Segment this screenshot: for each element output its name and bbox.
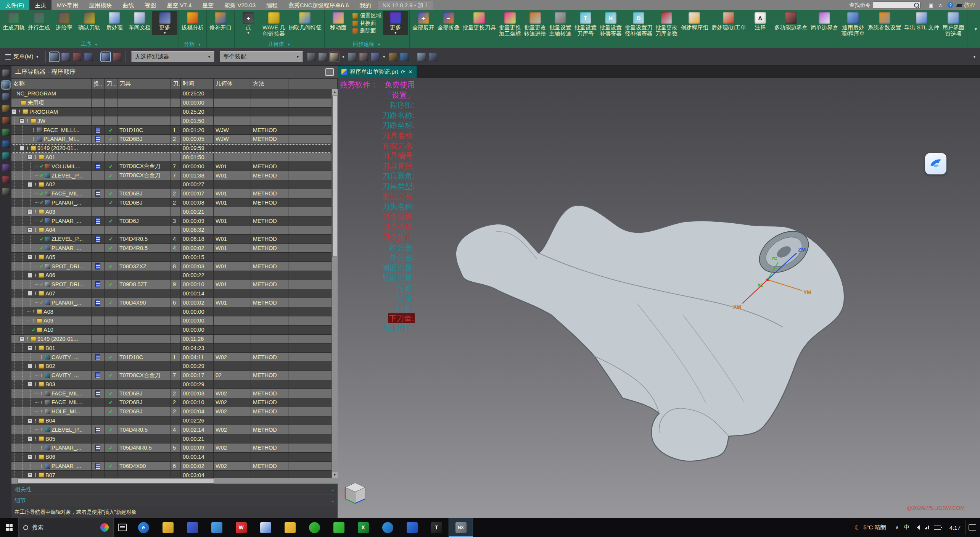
ribbon-button[interactable]: 批量设置 主轴转速 [548,11,573,37]
program-group-row[interactable]: !A0900:00:00 [11,316,338,326]
group-dropdown-icon[interactable]: ▼ [287,43,291,47]
program-group-row[interactable]: −!A0500:00:15 [11,253,338,262]
minimize-ribbon-icon[interactable]: ∧ [938,2,942,8]
operation-row[interactable]: !ZLEVEL_P...✓T04D4R0.5400:02:14W02METHOD [11,425,338,434]
vertical-scrollbar[interactable]: ▲ ▼ [331,89,338,478]
operation-row[interactable]: ✓VOLUMIL...✓T07D8CX合金刀700:00:00W01METHOD [11,162,338,171]
measure-icon[interactable] [113,53,121,61]
tree-expander-icon[interactable]: − [27,209,32,214]
taskbar-app-doc-blue[interactable] [253,518,278,537]
operation-row[interactable]: ✓PLANAR_...✓T03D6J300:00:09W01METHOD [11,216,338,226]
ribbon-button[interactable]: 用户界面 首选项 [941,11,966,37]
menu-button[interactable]: 菜单(M)▼ [2,53,42,60]
program-group-row[interactable]: −!A0400:06:32 [11,226,338,235]
menu-item[interactable]: 编程 [261,0,283,10]
program-group-row[interactable]: ✓A1000:00:00 [11,326,338,335]
ribbon-button[interactable]: 导出 STL 文件 [903,11,941,31]
column-header[interactable]: 刀. [171,79,181,89]
palette-icon[interactable] [2,129,10,136]
tree-expander-icon[interactable]: − [27,155,32,160]
program-group-row[interactable]: −!B0500:00:21 [11,434,338,443]
operation-row[interactable]: !CAVITY_...✓T01D10C100:04:11W02METHOD [11,353,338,362]
tree-expander-icon[interactable]: − [27,436,32,441]
menu-item[interactable]: 我的 [354,0,376,10]
program-group-row[interactable]: −!B0300:00:29 [11,380,338,389]
chevron-down-icon[interactable]: ⌄ [331,498,335,503]
ribbon-button[interactable]: 简单边界盒 [809,11,840,31]
ribbon-button[interactable]: T批量设置 刀库号 [573,11,598,37]
ribbon-button[interactable]: 后处理 [102,11,127,31]
roles-icon[interactable] [2,69,10,77]
scroll-down-icon[interactable]: ▼ [332,472,338,478]
tree-expander-icon[interactable]: − [27,345,32,350]
find-command-input[interactable] [873,2,920,9]
column-header[interactable]: 方法 [251,79,288,89]
column-header[interactable]: 时间 [181,79,214,89]
battery-icon[interactable] [934,526,941,530]
plane-icon[interactable] [84,53,93,61]
ribbon-button[interactable]: 批量更改 刀库参数 [654,11,679,37]
menu-item[interactable]: 燕秀CNC超级程序单6.6 [283,0,354,10]
tutorial-button[interactable]: 教程 [957,2,975,9]
dropdown-arrow-icon[interactable]: ▼ [341,55,345,59]
tools-icon[interactable] [2,188,10,195]
selection-scope-dropdown[interactable]: 整个装配▼ [220,51,303,62]
ribbon-button[interactable]: 更多▼ [383,11,408,35]
ribbon-button[interactable]: D批量设置刀 径补偿寄器 [623,11,654,37]
program-group-row[interactable]: −!JW00:01:50 [11,116,338,126]
3d-model-cam-part[interactable]: ZM XM YM YC XC [439,189,858,464]
start-button[interactable] [0,518,18,537]
tree-expander-icon[interactable]: − [11,109,16,114]
web-browser-icon[interactable] [2,140,10,148]
taskbar-app-browser-green[interactable] [302,518,327,537]
column-header[interactable]: 刀... [105,79,117,89]
taskbar-app-file-explorer[interactable] [156,518,180,537]
operation-row[interactable]: ✓PLANAR_...✓T06D4X90600:00:02W01METHOD [11,298,338,307]
program-group-row[interactable]: −!A0700:00:14 [11,289,338,298]
ribbon-button[interactable]: H批量设置 补偿寄器 [598,11,623,37]
menu-item[interactable]: 曲线 [117,0,139,10]
operation-row[interactable]: ✓PLANAR_...✓T04D4R0.5400:00:02W01METHOD [11,244,338,253]
program-group-row[interactable]: !A0800:00:00 [11,307,338,316]
orient-icon[interactable] [371,53,379,61]
menu-item[interactable]: 主页 [29,0,51,10]
tree-expander-icon[interactable]: − [27,472,32,477]
menu-item[interactable]: 星空 V7.4 [161,0,197,10]
ribbon-button[interactable]: 更多▼ [152,11,177,35]
part-navigator-icon[interactable] [2,105,10,112]
tree-expander-icon[interactable]: − [27,455,32,460]
ribbon-button[interactable]: 批量更换 加工坐标 [497,11,523,37]
program-group-row[interactable]: −!9149 (2020-01...00:11:26 [11,335,338,344]
constraint-navigator-icon[interactable] [2,93,10,100]
menu-item[interactable]: 应用模块 [84,0,117,10]
taskbar-app-app-square-blue[interactable] [400,518,424,537]
program-group-row[interactable]: −!B0200:00:29 [11,362,338,371]
tree-expander-icon[interactable]: − [27,382,32,387]
scrollbar-thumb[interactable] [332,96,337,257]
ribbon-button[interactable]: 通用后处 理/程序单 [840,11,866,37]
rotate-icon[interactable] [348,53,356,61]
ribbon-button[interactable]: 批量更换刀具 [461,11,497,31]
capture-icon[interactable] [429,53,437,61]
operation-row[interactable]: ✓SPOT_DRI...✓T08D3ZXZ800:00:03W01METHOD [11,262,338,271]
ribbon-button[interactable]: 创建程序组 [679,11,710,31]
group-dropdown-icon[interactable]: ▼ [198,43,201,47]
ribbon-small-button[interactable]: 删除面 [352,27,381,34]
taskbar-app-browser-blue[interactable]: e [131,518,156,537]
column-header[interactable]: 刀具 [117,79,171,89]
film-icon[interactable] [2,164,10,171]
selection-filter-dropdown[interactable]: 无选择过滤器▼ [131,51,214,62]
ribbon-button[interactable]: A注释 [748,11,773,31]
taskbar-app-nx[interactable]: NX [449,518,473,537]
taskbar-app-typora[interactable]: T [424,518,449,537]
dropdown-arrow-icon[interactable]: ▼ [382,55,386,59]
floating-assistant-widget[interactable] [925,153,946,174]
taskbar-app-folder2[interactable] [278,518,302,537]
operation-row[interactable]: ✓FACE_MIL...✓T02D6BJ200:00:07W01METHOD [11,189,338,198]
operation-row[interactable]: !PLANAR_...✓T05D4NR0.5500:00:09W02METHOD [11,443,338,453]
taskbar-search[interactable]: 搜索 [18,518,114,537]
column-header[interactable]: 名称 [11,79,92,89]
ribbon-button[interactable]: +全部展开 [411,11,436,31]
operation-row[interactable]: !CAVITY_...✓T07D8CX合金刀700:00:1702METHOD [11,371,338,380]
shaded-icon[interactable] [389,53,397,61]
